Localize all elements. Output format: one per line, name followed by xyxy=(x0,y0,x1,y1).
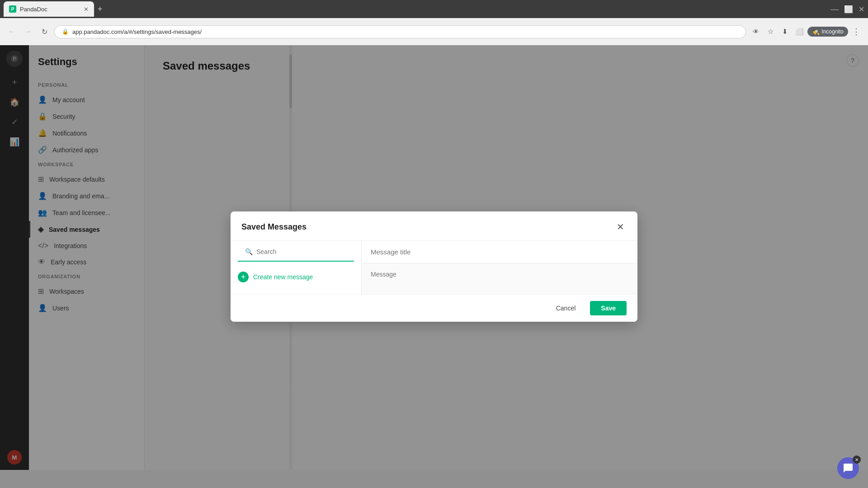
incognito-icon: 🕵 xyxy=(812,28,820,35)
forward-button[interactable]: → xyxy=(22,25,34,38)
close-window-button[interactable]: ✕ xyxy=(859,5,864,14)
tab-title: PandaDoc xyxy=(20,6,80,13)
message-body-input[interactable] xyxy=(362,263,637,294)
download-icon[interactable]: ⬇ xyxy=(778,25,791,38)
pandadoc-favicon: P xyxy=(9,5,16,13)
nav-right-icons: 👁 ☆ ⬇ ⬜ 🕵 Incognito ⋮ xyxy=(750,25,863,38)
dialog-left-panel: 🔍 + Create new message xyxy=(231,241,362,294)
chat-close-badge[interactable]: ✕ xyxy=(853,455,861,464)
dialog-body: 🔍 + Create new message xyxy=(231,241,637,294)
create-new-message-button[interactable]: + Create new message xyxy=(231,267,361,287)
split-screen-icon[interactable]: ⬜ xyxy=(793,25,806,38)
create-plus-icon: + xyxy=(238,272,249,282)
search-container: 🔍 xyxy=(238,248,354,262)
minimize-button[interactable]: — xyxy=(830,5,839,14)
save-button[interactable]: Save xyxy=(590,301,627,315)
browser-nav-bar: ← → ↻ 🔒 app.pandadoc.com/a/#/settings/sa… xyxy=(0,18,868,45)
modal-overlay: Saved Messages ✕ 🔍 + Create new message … xyxy=(0,45,868,488)
browser-tab[interactable]: P PandaDoc ✕ xyxy=(4,1,94,17)
dialog-right-panel xyxy=(362,241,637,294)
more-options-button[interactable]: ⋮ xyxy=(850,25,863,38)
new-tab-button[interactable]: + xyxy=(98,5,103,14)
incognito-label: Incognito xyxy=(821,28,844,35)
back-button[interactable]: ← xyxy=(5,25,18,38)
tab-close-button[interactable]: ✕ xyxy=(84,6,89,13)
url-text: app.pandadoc.com/a/#/settings/saved-mess… xyxy=(72,28,202,35)
create-label: Create new message xyxy=(253,273,313,281)
message-title-input[interactable] xyxy=(362,241,637,263)
dialog-footer: Cancel Save xyxy=(231,294,637,322)
lock-icon: 🔒 xyxy=(62,28,69,35)
incognito-badge: 🕵 Incognito xyxy=(807,27,848,37)
address-bar[interactable]: 🔒 app.pandadoc.com/a/#/settings/saved-me… xyxy=(54,25,746,38)
browser-titlebar: P PandaDoc ✕ + — ⬜ ✕ xyxy=(0,0,868,18)
dialog-header: Saved Messages ✕ xyxy=(231,211,637,241)
search-input[interactable] xyxy=(256,248,347,255)
dialog-close-button[interactable]: ✕ xyxy=(614,221,627,233)
search-icon: 🔍 xyxy=(245,248,253,255)
bookmark-icon[interactable]: ☆ xyxy=(764,25,777,38)
chat-widget[interactable]: ✕ xyxy=(837,457,859,479)
maximize-button[interactable]: ⬜ xyxy=(844,5,853,14)
hide-reader-icon[interactable]: 👁 xyxy=(750,25,762,38)
chat-icon xyxy=(843,463,854,474)
cancel-button[interactable]: Cancel xyxy=(547,301,585,315)
dialog-title: Saved Messages xyxy=(241,222,307,232)
saved-messages-dialog: Saved Messages ✕ 🔍 + Create new message … xyxy=(231,211,637,322)
refresh-button[interactable]: ↻ xyxy=(38,25,51,38)
